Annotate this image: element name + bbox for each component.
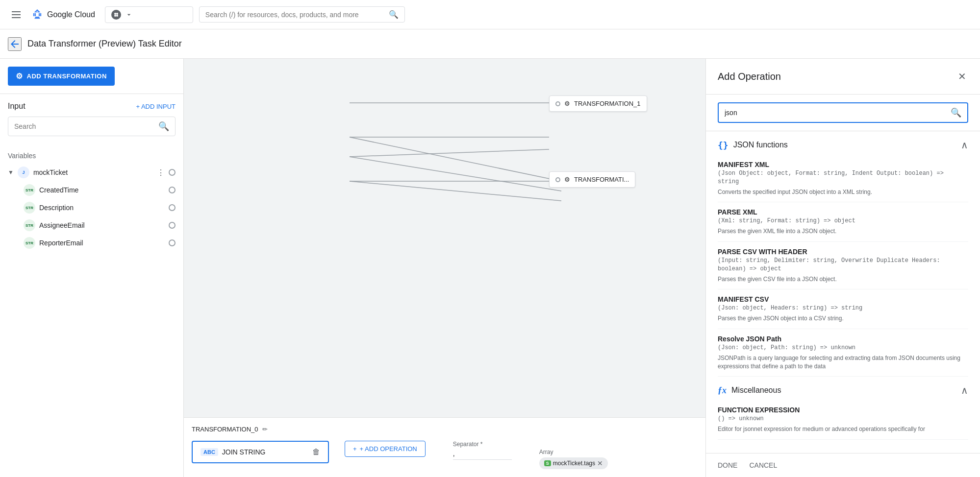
expand-icon: ▼ (8, 169, 14, 176)
canvas-area: ⚙ TRANSFORMATION_1 ⚙ TRANSFORMATI... TRA… (184, 59, 705, 477)
variable-item-assigneeemail[interactable]: STR AssigneeEmail (8, 216, 176, 234)
project-selector[interactable] (105, 6, 193, 23)
page-header: Data Transformer (Preview) Task Editor (0, 29, 980, 59)
add-operation-label: + ADD OPERATION (360, 445, 417, 453)
project-icon (111, 10, 121, 20)
panel-footer: DONE CANCEL (706, 453, 980, 477)
svg-point-0 (114, 13, 116, 15)
more-icon[interactable]: ⋮ (157, 168, 165, 177)
transform-name-label: TRANSFORMATION_0 (192, 426, 258, 433)
collapse-icon[interactable]: ∧ (961, 139, 968, 151)
back-button[interactable] (8, 37, 22, 51)
separator-value: , (453, 450, 512, 460)
search-icon: 🔍 (389, 10, 399, 19)
op-name: MANIFEST XML (718, 161, 968, 168)
op-desc: Parses the given JSON object into a CSV … (718, 314, 968, 323)
add-input-button[interactable]: + ADD INPUT (136, 103, 176, 110)
node-input-dot (555, 177, 560, 182)
op-name: PARSE CSV WITH HEADER (718, 248, 968, 256)
add-operation-button[interactable]: + + ADD OPERATION (345, 441, 426, 457)
op-desc: Parses the given CSV file into a JSON ob… (718, 275, 968, 284)
transformation-node-2[interactable]: ⚙ TRANSFORMATI... (549, 171, 635, 188)
variable-item-createdtime[interactable]: STR CreatedTime (8, 181, 176, 199)
connector-dot (169, 222, 176, 229)
json-functions-title: JSON functions (733, 141, 788, 149)
svg-line-10 (350, 137, 561, 181)
global-search-bar[interactable]: 🔍 (199, 6, 405, 23)
add-transformation-button[interactable]: ⚙ ADD TRANSFORMATION (8, 67, 115, 86)
right-panel-header: Add Operation ✕ (706, 59, 980, 95)
left-sidebar: ⚙ ADD TRANSFORMATION Input + ADD INPUT 🔍… (0, 59, 184, 477)
svg-line-11 (350, 157, 561, 191)
variable-item-reporteremail[interactable]: STR ReporterEmail (8, 234, 176, 252)
gear-icon: ⚙ (16, 72, 23, 81)
global-search-input[interactable] (205, 11, 389, 19)
str-badge: STR (24, 219, 35, 231)
var-name-createdtime: CreatedTime (39, 186, 165, 194)
top-nav: Google Cloud 🔍 (0, 0, 980, 29)
var-name-description: Description (39, 204, 165, 212)
operation-item-manifest-csv[interactable]: MANIFEST CSV (Json: object, Headers: str… (718, 289, 968, 329)
panel-search-input[interactable] (725, 109, 947, 117)
svg-line-12 (350, 181, 561, 201)
abc-badge: ABC (201, 448, 218, 456)
var-name-reporteremail: ReporterEmail (39, 239, 165, 247)
logo-text: Google Cloud (47, 10, 95, 19)
variable-item-mockticket[interactable]: ▼ J mockTicket ⋮ (8, 164, 176, 181)
search-icon: 🔍 (951, 107, 961, 118)
op-signature: (Json: object, Path: string) => unknown (718, 344, 968, 352)
op-desc: Editor for jsonnet expression for medium… (718, 425, 968, 433)
svg-point-1 (116, 13, 118, 15)
var-name-assigneeemail: AssigneeEmail (39, 221, 165, 229)
section-title-wrapper: {} JSON functions (718, 140, 788, 150)
op-desc: Converts the specified input JSON object… (718, 188, 968, 196)
connector-dot (169, 204, 176, 211)
node-input-dot (555, 101, 560, 106)
panel-title: Add Operation (718, 71, 781, 82)
operation-item-function-expression[interactable]: FUNCTION EXPRESSION () => unknown Editor… (718, 400, 968, 440)
variables-section: Variables ▼ J mockTicket ⋮ STR CreatedTi… (0, 152, 183, 252)
remove-tag-icon[interactable]: ✕ (597, 459, 603, 467)
sidebar-search-box[interactable]: 🔍 (8, 117, 176, 136)
sidebar-search-input[interactable] (14, 122, 154, 130)
svg-point-2 (114, 15, 116, 17)
edit-icon[interactable]: ✏ (262, 426, 268, 433)
cancel-button[interactable]: CANCEL (749, 461, 777, 469)
hamburger-menu[interactable] (8, 7, 25, 22)
done-button[interactable]: DONE (718, 461, 737, 469)
right-panel: Add Operation ✕ 🔍 {} JSON functions ∧ MA… (705, 59, 980, 477)
separator-label: Separator * (453, 441, 512, 448)
operation-item-resolve-json-path[interactable]: Resolve JSON Path (Json: object, Path: s… (718, 329, 968, 377)
panel-search-box[interactable]: 🔍 (718, 102, 968, 123)
input-header: Input + ADD INPUT (8, 102, 176, 111)
json-functions-section-header[interactable]: {} JSON functions ∧ (718, 131, 968, 155)
svg-point-3 (116, 15, 118, 17)
chevron-down-icon (125, 11, 133, 19)
delete-icon[interactable]: 🗑 (312, 448, 320, 456)
operation-item-parse-xml[interactable]: PARSE XML (Xml: string, Format: string) … (718, 202, 968, 242)
op-name: Resolve JSON Path (718, 335, 968, 343)
json-badge: J (18, 167, 29, 178)
panel-content: {} JSON functions ∧ MANIFEST XML (Json O… (706, 131, 980, 453)
op-name: PARSE XML (718, 208, 968, 216)
op-signature: (Xml: string, Format: string) => object (718, 217, 968, 225)
page-title: Data Transformer (Preview) Task Editor (27, 39, 182, 49)
join-string-label: JOIN STRING (222, 448, 266, 456)
variable-item-description[interactable]: STR Description (8, 199, 176, 216)
close-button[interactable]: ✕ (956, 69, 968, 84)
op-signature: () => unknown (718, 415, 968, 423)
add-transformation-label: ADD TRANSFORMATION (27, 72, 107, 80)
input-label: Input (8, 102, 25, 111)
canvas-lines (184, 59, 705, 477)
connector-dot (169, 169, 176, 176)
str-badge: STR (24, 202, 35, 214)
operation-item-manifest-xml[interactable]: MANIFEST XML (Json Object: object, Forma… (718, 155, 968, 202)
collapse-icon[interactable]: ∧ (961, 384, 968, 396)
operation-item-parse-csv[interactable]: PARSE CSV WITH HEADER (Input: string, De… (718, 242, 968, 289)
miscellaneous-section-header[interactable]: ƒx Miscellaneous ∧ (718, 377, 968, 400)
connector-dot (169, 187, 176, 193)
transformation-node-1[interactable]: ⚙ TRANSFORMATION_1 (549, 95, 647, 112)
op-name: FUNCTION EXPRESSION (718, 406, 968, 414)
join-string-block[interactable]: ABC JOIN STRING 🗑 (192, 441, 329, 463)
op-desc: JSONPath is a query language for selecti… (718, 354, 968, 371)
